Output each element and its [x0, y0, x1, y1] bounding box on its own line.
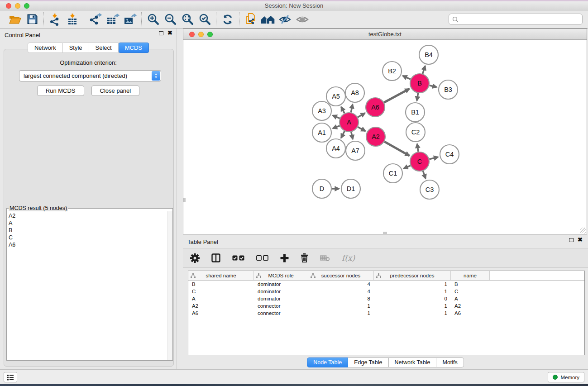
- tab-edge-table[interactable]: Edge Table: [348, 357, 388, 367]
- criterion-dropdown[interactable]: largest connected component (directed) ▲…: [19, 70, 161, 81]
- export-network-button[interactable]: [87, 12, 104, 27]
- search-input[interactable]: [461, 16, 582, 23]
- node-B4[interactable]: B4: [419, 45, 438, 64]
- node-A5[interactable]: A5: [326, 87, 345, 106]
- table-row[interactable]: Adominator80A: [188, 295, 584, 302]
- result-list-scrollbar[interactable]: [167, 211, 172, 360]
- node-C4[interactable]: C4: [440, 145, 459, 164]
- result-item[interactable]: A6: [9, 241, 172, 248]
- edge-A-A6[interactable]: [358, 113, 365, 117]
- import-network-button[interactable]: [47, 12, 64, 27]
- column-header-successor-nodes[interactable]: successor nodes: [308, 271, 374, 280]
- edge-B-B1[interactable]: [417, 93, 418, 101]
- save-session-button[interactable]: [24, 12, 41, 27]
- tab-network[interactable]: Network: [28, 43, 63, 53]
- node-C2[interactable]: C2: [406, 123, 425, 142]
- table-row[interactable]: A2connector11A2: [188, 302, 584, 310]
- result-item[interactable]: B: [9, 227, 172, 234]
- node-A7[interactable]: A7: [346, 141, 365, 160]
- node-C[interactable]: C: [410, 152, 429, 171]
- first-neighbors-button[interactable]: [259, 12, 277, 27]
- float-panel-icon[interactable]: [159, 31, 163, 35]
- run-mcds-button[interactable]: Run MCDS: [37, 86, 84, 96]
- edge-A-A3[interactable]: [333, 115, 340, 119]
- edge-B-B2[interactable]: [403, 76, 411, 80]
- select-all-button[interactable]: [232, 255, 244, 261]
- show-column-button[interactable]: [211, 253, 220, 262]
- node-A8[interactable]: A8: [345, 83, 364, 102]
- zoom-in-button[interactable]: [144, 12, 162, 27]
- edge-C-C1[interactable]: [404, 166, 411, 169]
- float-table-panel-icon[interactable]: [569, 238, 574, 242]
- zoom-fit-button[interactable]: [179, 12, 196, 27]
- edge-A-A4[interactable]: [341, 131, 345, 138]
- table-row[interactable]: A6connector11A6: [188, 310, 584, 317]
- export-image-button[interactable]: [121, 12, 139, 27]
- zoom-out-button[interactable]: [162, 12, 179, 27]
- edge-C-C3[interactable]: [423, 171, 425, 179]
- table-row[interactable]: Bdominator41B: [188, 281, 584, 288]
- table-row[interactable]: Cdominator41C: [188, 288, 584, 295]
- tab-mcds[interactable]: MCDS: [119, 43, 149, 53]
- horizontal-scrollbar-stub[interactable]: [383, 232, 387, 234]
- hide-graphics-details-button[interactable]: [277, 12, 294, 27]
- task-history-button[interactable]: [4, 372, 17, 382]
- close-panel-icon[interactable]: ✖: [167, 31, 172, 35]
- tab-node-table[interactable]: Node Table: [307, 357, 348, 367]
- resize-grip-icon[interactable]: [580, 228, 586, 234]
- mcds-result-list[interactable]: A2ABCA6: [7, 211, 172, 360]
- export-table-button[interactable]: [104, 12, 121, 27]
- tab-select[interactable]: Select: [89, 43, 119, 53]
- edge-A-A8[interactable]: [351, 104, 353, 112]
- open-file-button[interactable]: [6, 12, 24, 27]
- node-A4[interactable]: A4: [326, 139, 345, 158]
- search-field[interactable]: [449, 14, 583, 25]
- tab-motifs[interactable]: Motifs: [436, 357, 464, 367]
- node-C1[interactable]: C1: [383, 164, 402, 183]
- edge-A6-B[interactable]: [384, 89, 409, 102]
- vertical-scrollbar-stub[interactable]: [183, 198, 186, 202]
- tab-network-table[interactable]: Network Table: [389, 357, 437, 367]
- node-D[interactable]: D: [312, 179, 331, 198]
- node-A6[interactable]: A6: [366, 98, 385, 117]
- edge-A2-C[interactable]: [384, 142, 409, 156]
- column-header-shared-name[interactable]: shared name: [188, 271, 254, 280]
- tab-style[interactable]: Style: [63, 43, 89, 53]
- delete-column-button[interactable]: [301, 253, 308, 262]
- column-header-name[interactable]: name: [451, 271, 490, 280]
- column-header-predecessor-nodes[interactable]: predecessor nodes: [374, 271, 451, 280]
- import-table-button[interactable]: [64, 12, 81, 27]
- edge-B-B3[interactable]: [429, 86, 436, 87]
- node-A[interactable]: A: [339, 113, 359, 132]
- node-A3[interactable]: A3: [312, 101, 331, 120]
- result-item[interactable]: C: [9, 234, 172, 241]
- edge-C-C4[interactable]: [429, 157, 438, 159]
- node-B1[interactable]: B1: [406, 103, 425, 122]
- show-graphics-details-button[interactable]: [294, 12, 311, 27]
- create-column-button[interactable]: [280, 254, 289, 262]
- edge-A-A7[interactable]: [351, 132, 353, 139]
- edge-A-A5[interactable]: [341, 107, 344, 113]
- edge-C-C2[interactable]: [417, 144, 418, 152]
- node-A1[interactable]: A1: [312, 123, 331, 142]
- node-B2[interactable]: B2: [382, 62, 402, 81]
- result-item[interactable]: A: [9, 219, 172, 227]
- edge-B-B4[interactable]: [423, 66, 425, 74]
- table-options-button[interactable]: [190, 253, 200, 263]
- node-D1[interactable]: D1: [341, 179, 360, 198]
- network-graph[interactable]: B4B2BB3A5A8A6A3B1AA1C2A2A4A7C4CC1C3DD1: [183, 40, 587, 234]
- column-header-MCDS-role[interactable]: MCDS role: [254, 271, 308, 280]
- node-A2[interactable]: A2: [366, 127, 385, 146]
- refresh-button[interactable]: [219, 12, 236, 27]
- deselect-all-button[interactable]: [256, 255, 268, 261]
- clone-network-button[interactable]: [242, 12, 259, 27]
- close-panel-button[interactable]: Close panel: [91, 86, 140, 96]
- node-B[interactable]: B: [410, 74, 429, 93]
- network-window-titlebar[interactable]: testGlobe.txt: [183, 29, 587, 40]
- close-table-panel-icon[interactable]: ✖: [578, 238, 583, 242]
- memory-button[interactable]: Memory: [548, 372, 584, 382]
- node-B3[interactable]: B3: [439, 80, 458, 99]
- node-C3[interactable]: C3: [420, 180, 439, 199]
- result-item[interactable]: A2: [9, 212, 172, 219]
- edge-A-A2[interactable]: [358, 127, 365, 131]
